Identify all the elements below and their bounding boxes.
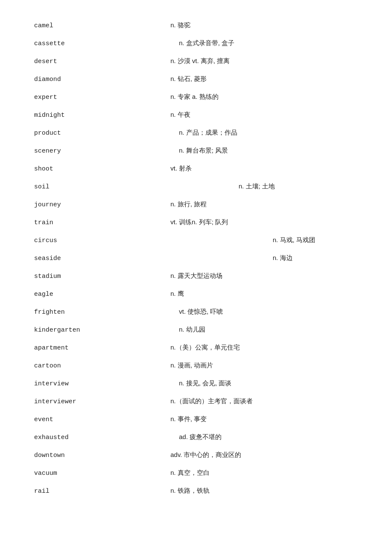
vocab-row: kindergartenn. 幼儿园	[34, 321, 358, 339]
vocab-def: n. 午夜	[170, 111, 358, 119]
vocab-def: n. 露天大型运动场	[170, 272, 358, 280]
vocab-word: circus	[34, 237, 170, 244]
vocab-row: cassetten. 盒式录音带, 盒子	[34, 35, 358, 53]
vocab-word: kindergarten	[34, 327, 170, 334]
vocab-word: diamond	[34, 76, 170, 83]
vocab-row: shootvt. 射杀	[34, 160, 358, 178]
vocab-row: exhaustedad. 疲惫不堪的	[34, 429, 358, 447]
vocab-word: stadium	[34, 273, 170, 280]
vocab-word: scenery	[34, 147, 170, 155]
vocab-def: n.（面试的）主考官，面谈者	[170, 397, 358, 405]
vocab-row: journeyn. 旅行, 旅程	[34, 196, 358, 214]
vocab-def: n.（美）公寓，单元住宅	[170, 344, 358, 352]
vocab-row: desertn. 沙漠 vt. 离弃, 擅离	[34, 53, 358, 71]
vocab-list: cameln. 骆驼cassetten. 盒式录音带, 盒子desertn. 沙…	[34, 17, 358, 500]
vocab-row: eaglen. 鹰	[34, 286, 358, 304]
vocab-def: n. 鹰	[170, 290, 358, 298]
vocab-row: downtownadv. 市中心的，商业区的	[34, 447, 358, 465]
vocab-row: frightenvt. 使惊恐, 吓唬	[34, 304, 358, 321]
vocab-def: n. 旅行, 旅程	[170, 200, 358, 208]
vocab-def: ad. 疲惫不堪的	[179, 433, 358, 441]
vocab-def: n. 铁路，铁轨	[170, 487, 358, 495]
vocab-word: downtown	[34, 452, 170, 459]
vocab-row: vacuumn. 真空，空白	[34, 465, 358, 483]
vocab-word: camel	[34, 22, 170, 29]
vocab-word: train	[34, 219, 170, 226]
vocab-def: n. 接见, 会见, 面谈	[179, 379, 358, 387]
vocab-def: n. 海边	[273, 254, 358, 262]
vocab-row: cartoonn. 漫画, 动画片	[34, 357, 358, 375]
vocab-def: n. 产品；成果；作品	[179, 129, 358, 137]
vocab-def: n. 盒式录音带, 盒子	[179, 39, 358, 47]
vocab-row: soiln. 土壤; 土地	[34, 178, 358, 196]
vocab-row: seasiden. 海边	[34, 250, 358, 268]
vocab-def: vt. 训练n. 列车; 队列	[170, 218, 358, 226]
vocab-word: exhausted	[34, 434, 170, 441]
vocab-word: desert	[34, 58, 170, 65]
vocab-word: interviewer	[34, 398, 170, 405]
vocab-word: vacuum	[34, 470, 170, 477]
vocab-word: frighten	[34, 309, 170, 316]
vocab-word: shoot	[34, 165, 170, 173]
vocab-row: sceneryn. 舞台布景; 风景	[34, 142, 358, 160]
vocab-word: event	[34, 416, 170, 423]
vocab-word: interview	[34, 380, 170, 387]
vocab-row: midnightn. 午夜	[34, 107, 358, 124]
vocab-def: n. 专家 a. 熟练的	[170, 93, 358, 101]
vocab-row: eventn. 事件, 事变	[34, 411, 358, 429]
vocab-word: soil	[34, 183, 170, 191]
vocab-def: n. 事件, 事变	[170, 415, 358, 423]
vocab-word: expert	[34, 94, 170, 101]
vocab-row: stadiumn. 露天大型运动场	[34, 268, 358, 286]
vocab-row: expertn. 专家 a. 熟练的	[34, 89, 358, 107]
vocab-row: circusn. 马戏, 马戏团	[34, 232, 358, 250]
vocab-def: vt. 射杀	[170, 165, 358, 173]
vocab-def: adv. 市中心的，商业区的	[170, 451, 358, 459]
vocab-word: eagle	[34, 291, 170, 298]
vocab-row: cameln. 骆驼	[34, 17, 358, 35]
vocab-def: n. 马戏, 马戏团	[273, 236, 358, 244]
vocab-word: seaside	[34, 255, 170, 262]
vocab-row: interviewn. 接见, 会见, 面谈	[34, 375, 358, 393]
vocab-def: n. 土壤; 土地	[239, 182, 358, 191]
vocab-word: product	[34, 130, 170, 137]
vocab-def: n. 沙漠 vt. 离弃, 擅离	[170, 57, 358, 65]
vocab-word: journey	[34, 201, 170, 208]
vocab-def: vt. 使惊恐, 吓唬	[179, 308, 358, 316]
vocab-word: apartment	[34, 344, 170, 352]
vocab-def: n. 漫画, 动画片	[170, 361, 358, 370]
vocab-def: n. 真空，空白	[170, 469, 358, 477]
vocab-word: rail	[34, 488, 170, 495]
vocab-word: midnight	[34, 112, 170, 119]
vocab-def: n. 钻石, 菱形	[170, 75, 358, 83]
vocab-def: n. 舞台布景; 风景	[179, 147, 358, 155]
vocab-def: n. 幼儿园	[179, 326, 358, 334]
vocab-row: productn. 产品；成果；作品	[34, 124, 358, 142]
vocab-word: cartoon	[34, 362, 170, 370]
vocab-row: apartmentn.（美）公寓，单元住宅	[34, 339, 358, 357]
vocab-def: n. 骆驼	[170, 21, 358, 29]
vocab-row: railn. 铁路，铁轨	[34, 483, 358, 500]
vocab-row: interviewern.（面试的）主考官，面谈者	[34, 393, 358, 411]
vocab-word: cassette	[34, 40, 170, 47]
vocab-row: diamondn. 钻石, 菱形	[34, 71, 358, 89]
vocab-row: trainvt. 训练n. 列车; 队列	[34, 214, 358, 232]
